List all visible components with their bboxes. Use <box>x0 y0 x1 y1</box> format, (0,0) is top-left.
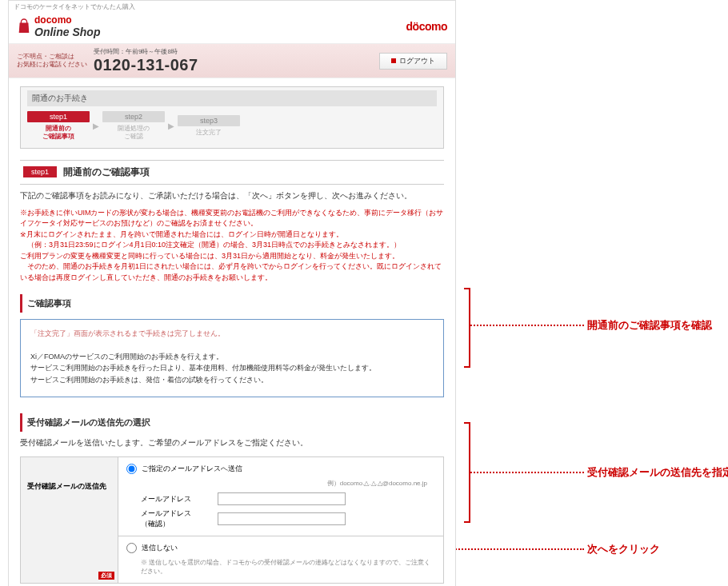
logo-text: docomoOnline Shop <box>34 14 100 38</box>
input-mail-address[interactable] <box>218 492 346 505</box>
mail-table: 受付確認メールの送信先 必須 ご指定のメールアドレスへ送信 例）docomo.△… <box>20 456 444 583</box>
mail-header: 受付確認メールの送信先の選択 <box>20 413 444 432</box>
example-hint: 例）docomo.△.△.△@docomo.ne.jp <box>126 479 435 488</box>
header-bar: docomoOnline Shop döcomo <box>9 13 455 43</box>
nosend-note: ※ 送信しないを選択の場合、ドコモからの受付確認メールの連絡などはなくなりますの… <box>126 558 435 576</box>
mail-left-label: 受付確認メールの送信先 必須 <box>21 457 118 583</box>
anno-line-1 <box>470 325 584 326</box>
chevron-right-icon: ▶ <box>93 122 99 130</box>
intro-text: 下記のご確認事項をお読みになり、ご承諾いただける場合は、「次へ」ボタンを押し、次… <box>20 191 444 201</box>
flow-box: 開通のお手続き step1 開通前の ご確認事項 ▶ step2 開通処理の ご… <box>20 86 444 149</box>
chevron-right-icon: ▶ <box>168 122 174 130</box>
mail-option-nosend: 送信しない ※ 送信しないを選択の場合、ドコモからの受付確認メールの連絡などはな… <box>118 536 443 582</box>
annotation-confirm: 開通前のご確認事項を確認 <box>587 318 712 333</box>
radio-nosend[interactable]: 送信しない <box>126 543 435 553</box>
step-2: step2 開通処理の ご確認 <box>102 111 165 142</box>
notice-scrollbox[interactable]: 「注文完了」画面が表示されるまで手続きは完了しません。 Xi／FOMAのサービス… <box>20 319 444 397</box>
confirm-header: ご確認事項 <box>20 294 444 313</box>
logo-online-shop: docomoOnline Shop <box>17 14 100 38</box>
telephone-number: 0120-131-067 <box>94 56 379 74</box>
section-header-step1: step1 開通前のご確認事項 <box>20 160 444 185</box>
mail-intro: 受付確認メールを送信いたします。ご希望のメールアドレスをご指定ください。 <box>20 438 444 448</box>
bracket-1 <box>464 288 470 368</box>
logout-button[interactable]: ログアウト <box>379 53 447 70</box>
radio-send[interactable]: ご指定のメールアドレスへ送信 <box>126 464 435 474</box>
flow-title: 開通のお手続き <box>27 90 437 106</box>
radio-nosend-input[interactable] <box>126 543 137 553</box>
radio-send-input[interactable] <box>126 464 137 474</box>
main-panel: ドコモのケータイをネットでかんたん購入 docomoOnline Shop dö… <box>8 0 456 586</box>
hours: 受付時間：午前9時～午後8時 <box>94 47 178 56</box>
step-1: step1 開通前の ご確認事項 <box>27 111 90 142</box>
phone-block: ご不明点・ご相談はお気軽にお電話ください <box>17 53 87 68</box>
step-3: step3 注文完了 <box>178 115 240 137</box>
logo-docomo: döcomo <box>406 20 447 33</box>
label-mail-address: メールアドレス <box>141 494 213 504</box>
square-icon <box>391 58 396 63</box>
warning-text: ※お手続きに伴いUIMカードの形状が変わる場合は、機種変更前のお電話機のご利用が… <box>20 208 444 284</box>
shopping-bag-icon <box>17 18 31 34</box>
bracket-2 <box>464 422 470 523</box>
annotation-mail: 受付確認メールの送信先を指定 <box>587 465 728 480</box>
mail-option-send: ご指定のメールアドレスへ送信 例）docomo.△.△.△@docomo.ne.… <box>118 457 443 536</box>
label-mail-address-confirm: メールアドレス （確認） <box>141 508 213 529</box>
input-mail-address-confirm[interactable] <box>218 512 346 525</box>
required-badge: 必須 <box>98 572 114 580</box>
anno-line-2 <box>470 472 584 473</box>
sub-header: ご不明点・ご相談はお気軽にお電話ください 受付時間：午前9時～午後8時 0120… <box>9 43 455 78</box>
tagline: ドコモのケータイをネットでかんたん購入 <box>9 1 455 13</box>
annotation-next: 次へをクリック <box>587 542 660 556</box>
